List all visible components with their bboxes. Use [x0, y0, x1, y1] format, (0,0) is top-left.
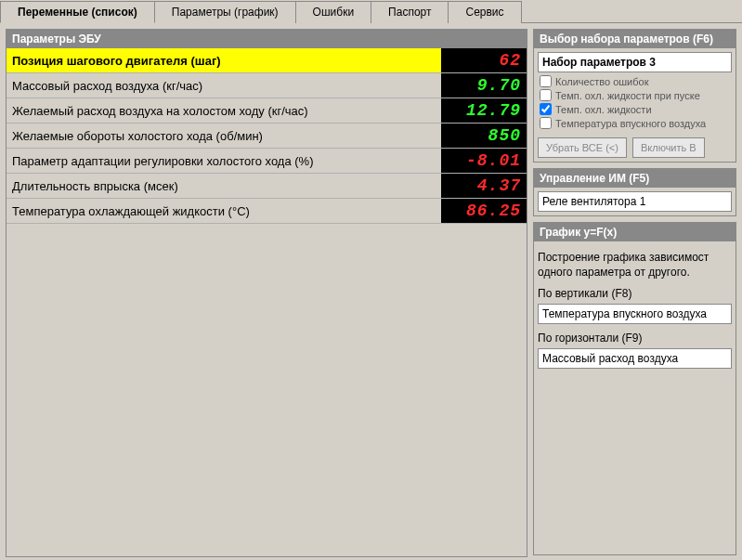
tab-bar: Переменные (список) Параметры (график) О…	[0, 0, 742, 23]
param-label: Длительность впрыска (мсек)	[7, 174, 441, 198]
graph-title: График y=F(x)	[534, 223, 735, 241]
param-value: 850	[441, 124, 527, 148]
include-button[interactable]: Включить В	[632, 137, 705, 158]
ecu-params-title: Параметры ЭБУ	[7, 30, 527, 48]
main-body: Параметры ЭБУ Позиция шагового двигателя…	[0, 23, 742, 560]
graph-description: Построение графика зависимост одного пар…	[538, 251, 732, 280]
param-value: 4.37	[441, 174, 527, 198]
param-value: 9.70	[441, 73, 527, 98]
check-label: Темп. охл. жидкости при пуске	[555, 90, 700, 101]
param-check-item[interactable]: Температура впускного воздуха	[538, 116, 732, 130]
param-label: Желаемый расход воздуха на холостом ходу…	[7, 98, 441, 123]
check-label: Количество ошибок	[555, 76, 648, 87]
tab-parameters-graph[interactable]: Параметры (график)	[154, 1, 296, 23]
right-column: Выбор набора параметров (F6) Набор парам…	[533, 29, 736, 555]
param-value: 12.79	[441, 98, 527, 123]
param-row[interactable]: Параметр адаптации регулировки холостого…	[7, 149, 527, 174]
tab-errors[interactable]: Ошибки	[295, 1, 372, 23]
param-row[interactable]: Позиция шагового двигателя (шаг)62	[7, 48, 527, 73]
param-label: Массовый расход воздуха (кг/час)	[7, 73, 441, 98]
param-label: Температура охлаждающей жидкости (°C)	[7, 199, 441, 223]
horizontal-axis-dropdown[interactable]: Массовый расход воздуха	[538, 348, 732, 369]
im-control-title: Управление ИМ (F5)	[534, 169, 735, 188]
param-label: Параметр адаптации регулировки холостого…	[7, 149, 441, 173]
checkbox[interactable]	[540, 117, 552, 129]
param-label: Желаемые обороты холостого хода (об/мин)	[7, 124, 441, 148]
param-check-item[interactable]: Темп. охл. жидкости при пуске	[538, 88, 732, 102]
tab-variables-list[interactable]: Переменные (список)	[0, 1, 155, 23]
tab-service[interactable]: Сервис	[448, 1, 521, 23]
im-control-panel: Управление ИМ (F5) Реле вентилятора 1	[533, 168, 736, 216]
param-label: Позиция шагового двигателя (шаг)	[7, 48, 441, 72]
param-row[interactable]: Температура охлаждающей жидкости (°C)86.…	[7, 199, 527, 224]
tab-passport[interactable]: Паспорт	[371, 1, 449, 23]
param-check-item[interactable]: Темп. охл. жидкости	[538, 102, 732, 116]
app-window: Переменные (список) Параметры (график) О…	[0, 0, 742, 560]
param-row[interactable]: Массовый расход воздуха (кг/час)9.70	[7, 73, 527, 98]
vertical-axis-label: По вертикали (F8)	[538, 287, 732, 300]
param-value: 86.25	[441, 199, 527, 223]
param-set-panel: Выбор набора параметров (F6) Набор парам…	[533, 29, 736, 163]
horizontal-axis-label: По горизонтали (F9)	[538, 332, 732, 345]
checkbox[interactable]	[540, 75, 552, 87]
check-label: Темп. охл. жидкости	[555, 104, 652, 115]
param-check-item[interactable]: Количество ошибок	[538, 74, 732, 88]
param-check-list: Количество ошибокТемп. охл. жидкости при…	[538, 72, 732, 132]
ecu-params-list: Позиция шагового двигателя (шаг)62Массов…	[7, 48, 527, 556]
remove-all-button[interactable]: Убрать ВСЕ (<)	[538, 137, 627, 158]
vertical-axis-dropdown[interactable]: Температура впускного воздуха	[538, 304, 732, 324]
checkbox[interactable]	[540, 89, 552, 101]
param-row[interactable]: Длительность впрыска (мсек)4.37	[7, 174, 527, 199]
ecu-params-panel: Параметры ЭБУ Позиция шагового двигателя…	[6, 29, 527, 557]
graph-panel: График y=F(x) Построение графика зависим…	[533, 222, 736, 555]
check-label: Температура впускного воздуха	[555, 118, 706, 129]
param-set-dropdown[interactable]: Набор параметров 3	[538, 52, 732, 72]
im-control-dropdown[interactable]: Реле вентилятора 1	[538, 191, 732, 212]
param-value: -8.01	[441, 149, 527, 173]
param-row[interactable]: Желаемые обороты холостого хода (об/мин)…	[7, 124, 527, 149]
param-row[interactable]: Желаемый расход воздуха на холостом ходу…	[7, 98, 527, 124]
param-set-title: Выбор набора параметров (F6)	[534, 30, 735, 48]
param-value: 62	[441, 48, 527, 72]
checkbox[interactable]	[540, 103, 552, 115]
